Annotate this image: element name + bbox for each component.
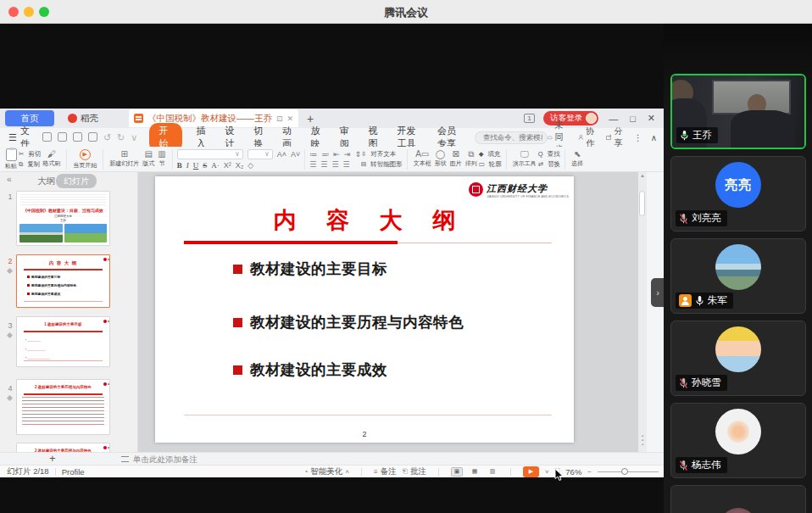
command-search[interactable] <box>475 131 548 144</box>
copy-button[interactable]: ⧉复制 <box>19 160 41 169</box>
participant-tile[interactable]: 朱军 <box>670 238 806 314</box>
reading-view-button[interactable]: ▥ <box>487 467 498 477</box>
collapse-panel-icon[interactable]: « <box>7 175 12 184</box>
zoom-out-icon[interactable]: − <box>587 468 592 476</box>
collaborate-button[interactable]: 协作 <box>578 125 598 149</box>
superscript-button[interactable]: X² <box>224 161 231 170</box>
new-tab-button[interactable]: + <box>307 112 314 125</box>
format-painter-button[interactable]: 🖌 格式刷 <box>41 150 62 168</box>
zoom-level[interactable]: 76% <box>565 467 581 477</box>
collapse-ribbon-icon[interactable]: ∧ <box>651 133 657 142</box>
align-text-button[interactable]: ⇳对齐文本 <box>361 150 403 159</box>
number-list-icon[interactable]: ≕ <box>321 150 329 159</box>
slide-thumbnail-2-selected[interactable]: 内 容 大 纲 教材建设的主要目标 教材建设的主要历程与内容特色 教材建设的主要… <box>16 254 110 308</box>
undo-icon[interactable]: ↺ <box>103 132 111 143</box>
font-size-select[interactable]: ∨ <box>247 149 273 159</box>
participant-name: 杨志伟 <box>692 459 721 471</box>
indent-increase-icon[interactable]: ⇥ <box>344 150 351 159</box>
slide-thumbnail-5[interactable]: 2 教材建设的主要历程与内容特色 <box>16 443 110 452</box>
normal-view-button[interactable]: ▣ <box>451 467 463 477</box>
university-seal-icon <box>469 182 483 197</box>
share-button[interactable]: 分享 <box>606 125 626 149</box>
redo-icon[interactable]: ↻ <box>117 132 125 143</box>
find-button[interactable]: Q查找 <box>538 150 560 159</box>
outline-button[interactable]: ▭轮廓 <box>479 160 502 169</box>
slideshow-play-button[interactable]: ▶ <box>523 466 539 477</box>
indent-decrease-icon[interactable]: ⇤ <box>333 150 340 159</box>
play-options-chevron-icon[interactable]: ˅ <box>545 468 549 476</box>
scroll-up-icon[interactable]: ▲ <box>638 173 647 178</box>
align-center-icon[interactable]: ☰ <box>320 160 327 169</box>
window-switch-icon[interactable]: 1 <box>524 114 535 123</box>
scrollbar-thumb[interactable] <box>639 191 645 216</box>
copy-label: 复制 <box>27 160 40 169</box>
add-slide-button[interactable]: + <box>49 453 56 465</box>
clear-format-icon[interactable]: ◇ <box>247 161 253 170</box>
participant-tile-active[interactable]: 王乔 <box>670 74 806 149</box>
paste-button[interactable]: 粘贴 <box>3 148 19 170</box>
font-color-button[interactable]: A· <box>211 161 220 170</box>
slide-bullet-2: 教材建设的主要历程与内容特色 <box>233 312 464 332</box>
zoom-slider[interactable] <box>598 467 659 477</box>
zoom-slider-knob[interactable] <box>621 468 628 475</box>
print-icon[interactable] <box>73 132 82 142</box>
tencent-meeting-window: 腾讯会议 首页 稻壳 《中国税制》教材建设——王乔 ⊡ ✕ + 1 <box>0 0 812 513</box>
section-button[interactable]: ▥ 节 <box>156 150 167 168</box>
preview-icon[interactable] <box>88 132 97 142</box>
layout-button[interactable]: ▤ 版式 <box>141 150 156 168</box>
slide-sorter-view-button[interactable]: ▦ <box>469 467 481 477</box>
panel-collapse-handle[interactable]: › <box>651 278 665 307</box>
textbox-button[interactable]: A▭ 文本框 <box>412 150 433 168</box>
play-from-current-button[interactable]: ▶ 当页开始 <box>71 149 98 170</box>
scrollbar-nav-dots[interactable]: ▪▪▪ <box>638 434 647 447</box>
search-input[interactable] <box>483 133 542 142</box>
fill-button[interactable]: ◆填充 <box>479 150 502 159</box>
replace-button[interactable]: ⇄替换 <box>538 160 560 169</box>
output-icon[interactable] <box>58 132 67 142</box>
notes-toggle-button[interactable]: ≡ 备注 <box>374 466 397 477</box>
select-button[interactable]: ⬉ 选择 <box>570 150 585 168</box>
tab-outline-view[interactable]: 大纲 <box>37 176 55 187</box>
bold-button[interactable]: B <box>177 161 182 170</box>
line-spacing-icon[interactable]: ⇕ <box>354 150 361 159</box>
present-tools-button[interactable]: 🖵 演示工具 <box>511 150 538 168</box>
picture-button[interactable]: ⊠ 图片 <box>448 150 464 168</box>
cut-button[interactable]: ✂剪切 <box>19 150 41 159</box>
current-slide[interactable]: 江西财经大学 JIANGXI UNIVERSITY OF FINANCE AND… <box>155 176 574 443</box>
underline-button[interactable]: U <box>193 161 199 170</box>
brush-icon: 🖌 <box>47 150 56 159</box>
slide-thumbnail-4[interactable]: 2 教材建设的主要历程与内容特色 <box>16 379 110 435</box>
font-family-select[interactable]: ∨ <box>177 149 243 159</box>
customize-toolbar-icon[interactable]: ∨ <box>131 132 137 143</box>
align-left-icon[interactable]: ☰ <box>309 160 316 169</box>
strikethrough-button[interactable]: S <box>203 161 207 170</box>
align-right-icon[interactable]: ☰ <box>331 160 338 169</box>
slide-thumbnail-1[interactable]: 《中国税制》教材建设：目标、过程与成效 江西财经大学 王乔 <box>16 191 110 246</box>
smart-graphic-button[interactable]: ⊟转智能图形 <box>361 160 403 169</box>
slide-thumbnail-3[interactable]: 1 教材建设的主要目标 ▪ ________▪ ___________▪ ___… <box>16 316 110 367</box>
bullet-list-icon[interactable]: ≔ <box>309 150 317 159</box>
tab-slides-view[interactable]: 幻灯片 <box>56 174 97 188</box>
subscript-button[interactable]: X₂ <box>236 161 244 170</box>
shape-icon: ◯ <box>436 150 445 159</box>
save-icon[interactable] <box>42 132 52 142</box>
new-slide-button[interactable]: ⊞ 新建幻灯片 <box>108 150 141 168</box>
arrange-button[interactable]: ⧉ 排列 <box>464 150 479 168</box>
close-tab-icon[interactable]: ✕ <box>287 114 294 123</box>
participant-tile[interactable]: 亮亮 刘亮亮 <box>670 156 806 231</box>
justify-icon[interactable]: ☰ <box>343 160 350 169</box>
pin-tab-icon[interactable]: ⊡ <box>276 114 283 123</box>
more-menu-icon[interactable]: ⋮ <box>634 133 642 142</box>
comments-button[interactable]: ⎗ 批注 <box>403 466 426 477</box>
participant-tile[interactable]: 杨志伟 <box>670 403 806 478</box>
italic-button[interactable]: I <box>186 161 189 170</box>
vertical-scrollbar[interactable]: ▲ ▪▪▪ <box>638 172 647 452</box>
decrease-font-icon[interactable]: A˅ <box>291 150 300 159</box>
participant-tile-partial[interactable] <box>670 485 806 513</box>
increase-font-icon[interactable]: A˄ <box>277 150 286 159</box>
smart-beautify-button[interactable]: ◔ 智能美化 ˄ <box>303 466 349 477</box>
tab-docer[interactable]: 稻壳 <box>61 110 105 126</box>
shape-button[interactable]: ◯ 形状 <box>433 150 448 168</box>
profile-label[interactable]: Profile <box>62 467 85 477</box>
participant-tile[interactable]: 孙晓雪 <box>670 321 806 396</box>
